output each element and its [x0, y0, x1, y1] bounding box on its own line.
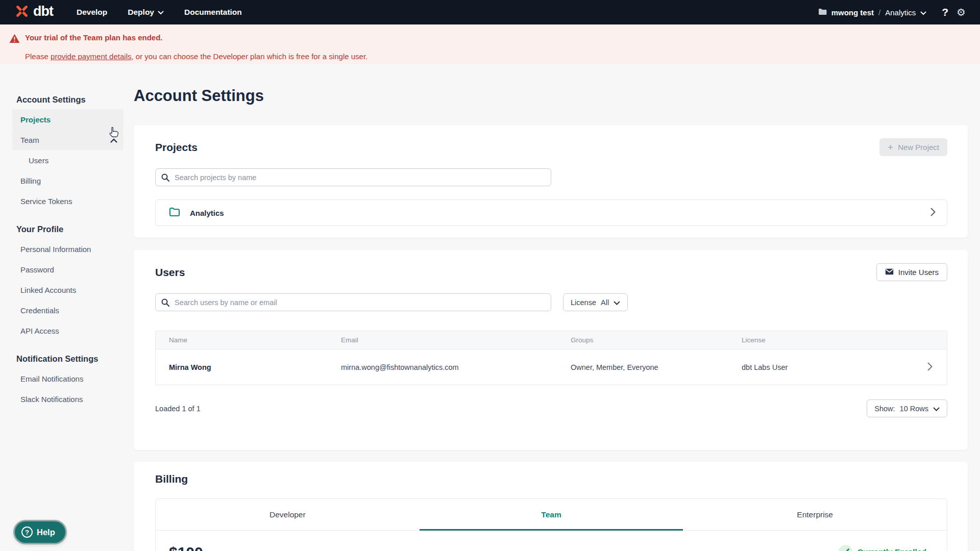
banner-title: Your trial of the Team plan has ended. — [25, 33, 980, 42]
dbt-logo[interactable]: dbt — [14, 4, 53, 21]
team-plan-details: $100 /mo per developer seat Currently En… — [156, 531, 947, 551]
billing-card: Billing Developer Team Enterprise $100 /… — [134, 462, 968, 551]
tab-label: Team — [541, 510, 561, 519]
primary-nav-links: Develop Deploy Documentation — [77, 8, 242, 17]
sidebar-item-linked-accounts[interactable]: Linked Accounts — [12, 280, 124, 300]
check-circle-icon — [839, 545, 852, 551]
show-rows-dropdown[interactable]: Show: 10 Rows — [867, 399, 947, 417]
folder-icon — [169, 207, 180, 219]
tab-developer[interactable]: Developer — [156, 499, 420, 530]
sidebar-item-slack-notifications[interactable]: Slack Notifications — [12, 389, 124, 409]
sidebar-heading-your-profile: Your Profile — [12, 219, 124, 239]
invite-users-label: Invite Users — [898, 268, 939, 277]
sidebar-item-label: Team — [20, 136, 39, 144]
tab-enterprise[interactable]: Enterprise — [683, 499, 947, 530]
projects-search-input[interactable] — [155, 168, 551, 186]
column-header-groups: Groups — [571, 336, 742, 344]
chevron-down-icon — [158, 8, 164, 17]
nav-develop[interactable]: Develop — [77, 8, 107, 17]
user-email-cell: mirna.wong@fishtownanalytics.com — [341, 363, 571, 371]
tab-team[interactable]: Team — [420, 499, 683, 530]
projects-card: Projects + New Project Analytics — [134, 125, 968, 238]
chevron-right-icon — [930, 208, 936, 218]
search-icon — [161, 298, 169, 307]
billing-plans-panel: Developer Team Enterprise $100 /mo per d… — [155, 498, 947, 551]
chevron-down-icon — [933, 405, 940, 413]
settings-sidebar: Account Settings Projects Team Users Bil… — [12, 90, 124, 409]
help-button[interactable]: ? Help — [15, 521, 65, 543]
account-project-switcher[interactable]: mwong test / Analytics — [818, 8, 927, 17]
dbt-logo-text: dbt — [33, 5, 53, 20]
trial-ended-banner: Your trial of the Team plan has ended. P… — [0, 24, 980, 64]
users-search-box — [155, 293, 551, 311]
sidebar-item-label: API Access — [20, 327, 59, 335]
sidebar-item-billing[interactable]: Billing — [12, 170, 124, 191]
users-card: Users Invite Users License All Name Emai… — [134, 250, 968, 450]
nav-deploy[interactable]: Deploy — [128, 8, 164, 17]
page-title: Account Settings — [134, 87, 264, 105]
column-header-license: License — [742, 336, 947, 344]
chevron-up-icon — [110, 136, 117, 144]
invite-users-button[interactable]: Invite Users — [876, 263, 947, 281]
plan-price: $100 — [169, 544, 203, 551]
sidebar-item-label: Credentials — [20, 306, 59, 315]
account-name: mwong test — [831, 8, 874, 17]
enrollment-status-text: Currently Enrolled — [857, 547, 926, 551]
banner-body-prefix: Please — [25, 52, 51, 61]
enrollment-status-badge: Currently Enrolled — [839, 545, 926, 551]
tab-label: Enterprise — [797, 510, 833, 519]
provide-payment-details-link[interactable]: provide payment details — [51, 52, 131, 61]
sidebar-item-email-notifications[interactable]: Email Notifications — [12, 368, 124, 389]
gear-icon[interactable]: ⚙ — [957, 7, 966, 17]
nav-documentation[interactable]: Documentation — [184, 8, 242, 17]
help-question-icon: ? — [21, 527, 33, 538]
chevron-down-icon — [614, 298, 620, 307]
sidebar-item-label: Service Tokens — [20, 197, 72, 206]
loaded-count-text: Loaded 1 of 1 — [155, 405, 201, 413]
sidebar-item-api-access[interactable]: API Access — [12, 320, 124, 341]
sidebar-item-label: Password — [20, 265, 54, 274]
banner-body-suffix: , or you can choose the Developer plan w… — [131, 52, 368, 61]
users-table: Name Email Groups License Mirna Wong mir… — [155, 331, 947, 385]
sidebar-item-team[interactable]: Team — [12, 130, 124, 150]
project-name: Analytics — [190, 209, 224, 217]
folder-icon — [818, 8, 827, 17]
help-icon[interactable]: ? — [942, 6, 948, 18]
users-search-input[interactable] — [155, 293, 551, 311]
project-row-analytics[interactable]: Analytics — [155, 199, 947, 226]
column-header-name: Name — [169, 336, 341, 344]
sidebar-item-personal-information[interactable]: Personal Information — [12, 239, 124, 259]
sidebar-item-label: Personal Information — [20, 245, 91, 254]
sidebar-item-service-tokens[interactable]: Service Tokens — [12, 191, 124, 211]
sidebar-item-label: Users — [29, 156, 48, 165]
sidebar-item-label: Slack Notifications — [20, 395, 83, 404]
sidebar-item-credentials[interactable]: Credentials — [12, 300, 124, 320]
sidebar-item-password[interactable]: Password — [12, 259, 124, 280]
show-rows-label: Show: — [874, 405, 895, 413]
billing-heading: Billing — [155, 473, 188, 485]
projects-search-box — [155, 168, 551, 186]
breadcrumb-separator: / — [878, 8, 880, 17]
users-table-header: Name Email Groups License — [156, 331, 947, 349]
nav-right-cluster: mwong test / Analytics ? ⚙ — [818, 6, 966, 18]
new-project-label: New Project — [898, 143, 939, 152]
envelope-icon — [885, 268, 894, 277]
column-header-email: Email — [341, 336, 571, 344]
warning-triangle-icon — [9, 34, 25, 45]
table-row-mirna-wong[interactable]: Mirna Wong mirna.wong@fishtownanalytics.… — [156, 349, 947, 385]
sidebar-item-label: Email Notifications — [20, 374, 83, 383]
sidebar-item-label: Billing — [20, 177, 41, 185]
sidebar-item-users[interactable]: Users — [12, 150, 124, 170]
banner-body: Please provide payment details, or you c… — [25, 52, 980, 61]
user-name-cell: Mirna Wong — [169, 363, 341, 371]
sidebar-item-projects[interactable]: Projects — [12, 109, 124, 130]
users-heading: Users — [155, 266, 185, 279]
help-button-label: Help — [37, 528, 55, 537]
chevron-down-icon — [920, 8, 926, 17]
new-project-button[interactable]: + New Project — [879, 138, 947, 156]
sidebar-item-label: Linked Accounts — [20, 286, 76, 294]
search-icon — [161, 173, 169, 182]
license-filter-dropdown[interactable]: License All — [563, 293, 628, 311]
top-navigation-bar: dbt Develop Deploy Documentation mwong t… — [0, 0, 980, 24]
user-groups-cell: Owner, Member, Everyone — [571, 363, 742, 371]
